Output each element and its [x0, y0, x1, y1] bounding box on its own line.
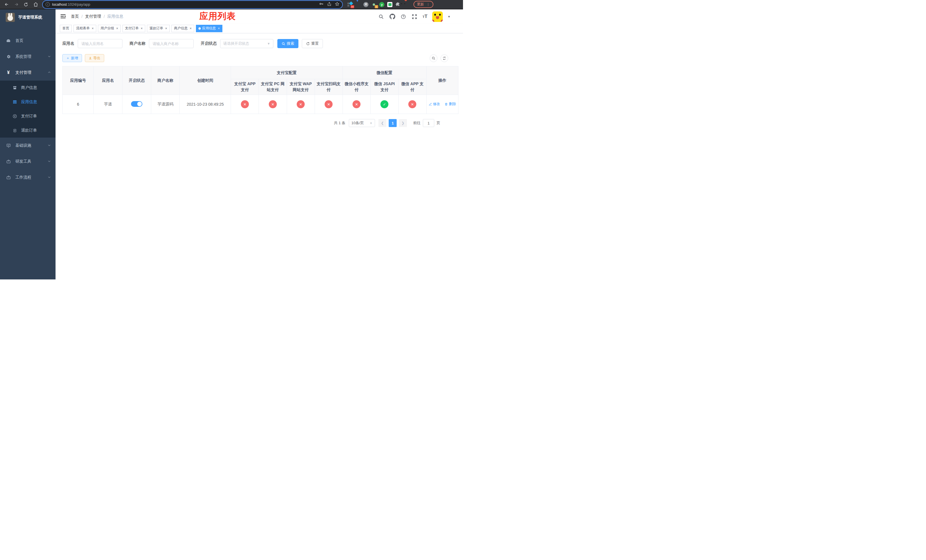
- chevron-down-icon: [48, 54, 51, 59]
- profile-emoji-icon[interactable]: [403, 2, 409, 7]
- extension-pin-icon[interactable]: 10: [347, 2, 353, 7]
- update-button[interactable]: 更新 ⋮: [413, 1, 433, 8]
- github-icon[interactable]: [389, 14, 395, 20]
- extension-tab-manager-icon[interactable]: 1: [371, 2, 377, 7]
- add-button[interactable]: ＋ 新增: [62, 54, 82, 62]
- fullscreen-icon[interactable]: [412, 14, 418, 20]
- next-page-button[interactable]: ❯: [399, 119, 407, 127]
- merchant-name-input[interactable]: [149, 39, 194, 48]
- tab-process-form[interactable]: 流程表单×: [73, 25, 96, 32]
- breadcrumb: 首页 / 支付管理 / 应用信息: [71, 14, 123, 19]
- group-alipay-config: 支付宝配置: [231, 67, 342, 79]
- grid-icon: [12, 100, 17, 104]
- reset-button[interactable]: 重置: [302, 39, 323, 48]
- sidebar-item-infrastructure[interactable]: 基础设施: [0, 138, 56, 153]
- briefcase-icon: [6, 175, 11, 180]
- tab-merchant-info[interactable]: 商户信息×: [171, 25, 194, 32]
- close-icon[interactable]: ×: [190, 26, 192, 30]
- chevron-down-icon: ▼: [369, 122, 372, 125]
- extension-chat-icon[interactable]: [387, 2, 392, 7]
- col-status: 开启状态: [123, 67, 151, 95]
- browser-menu-icon[interactable]: ⋮: [426, 3, 430, 6]
- app-name-label: 应用名: [62, 41, 74, 46]
- page-number-1[interactable]: 1: [389, 119, 396, 127]
- close-icon[interactable]: ×: [92, 26, 94, 30]
- sidebar-item-dev-tools[interactable]: 研发工具: [0, 153, 56, 170]
- user-menu-caret-icon[interactable]: ▼: [448, 15, 451, 18]
- font-size-icon[interactable]: TT: [422, 14, 427, 20]
- breadcrumb-payment[interactable]: 支付管理: [85, 14, 101, 19]
- sidebar-item-workflow[interactable]: 工作流程: [0, 170, 56, 185]
- tab-pay-order[interactable]: 支付订单×: [123, 25, 145, 32]
- sidebar-item-app-info[interactable]: 应用信息: [0, 95, 56, 109]
- sidebar-item-merchant-info[interactable]: 商户信息: [0, 80, 56, 95]
- breadcrumb-home[interactable]: 首页: [71, 14, 79, 19]
- tab-user-group[interactable]: 用户分组×: [98, 25, 121, 32]
- tab-home[interactable]: 首页: [60, 25, 72, 32]
- tab-refund-order[interactable]: 退款订单×: [147, 25, 170, 32]
- chevron-down-icon: [48, 143, 51, 148]
- toggle-search-icon[interactable]: [430, 54, 437, 62]
- search-icon[interactable]: [378, 14, 384, 20]
- close-icon[interactable]: ×: [165, 26, 167, 30]
- tab-app-info[interactable]: 应用信息×: [196, 25, 222, 32]
- delete-link[interactable]: 删除: [445, 102, 456, 106]
- share-icon[interactable]: [327, 2, 331, 8]
- close-icon[interactable]: ×: [116, 26, 118, 30]
- url-bar[interactable]: i localhost:1024/pay/app: [43, 1, 342, 8]
- edit-link[interactable]: 修改: [428, 102, 440, 106]
- gear-icon: [6, 54, 11, 59]
- sidebar-item-pay-order[interactable]: 支付订单: [0, 109, 56, 123]
- back-icon[interactable]: [3, 1, 10, 8]
- site-info-icon[interactable]: i: [45, 2, 50, 6]
- extension-command-icon[interactable]: ⌘: [363, 2, 368, 7]
- help-icon[interactable]: [400, 14, 407, 20]
- extensions-puzzle-icon[interactable]: [395, 2, 400, 7]
- status-toggle[interactable]: [131, 101, 142, 107]
- download-icon: [89, 56, 92, 60]
- status-select[interactable]: 请选择开启状态 ▼: [220, 39, 273, 48]
- reload-icon[interactable]: [22, 1, 30, 8]
- sidebar-item-system-management[interactable]: 系统管理: [0, 49, 56, 65]
- close-icon[interactable]: ×: [218, 26, 220, 30]
- prev-page-button[interactable]: ❮: [378, 119, 386, 127]
- monitor-chart-icon: [6, 143, 11, 148]
- extension-yuque-icon[interactable]: y: [379, 2, 384, 7]
- table-toolbar: ＋ 新增 导出: [62, 54, 458, 62]
- extension-badge: 1: [375, 5, 378, 8]
- status-label: 开启状态: [201, 41, 217, 46]
- col-app-name: 应用名: [94, 67, 123, 95]
- col-alipay-qr: 支付宝扫码支付: [315, 79, 342, 95]
- extension-kite-icon[interactable]: [356, 2, 360, 7]
- close-icon[interactable]: ×: [141, 26, 143, 30]
- app-logo[interactable]: 芋道管理系统: [0, 9, 56, 25]
- app-name-input[interactable]: [78, 39, 123, 48]
- filter-form: 应用名 商户名称 开启状态 请选择开启状态 ▼ 搜索 重置: [62, 39, 458, 48]
- sidebar-item-payment-management[interactable]: ¥ 支付管理: [0, 65, 56, 80]
- bookmark-star-icon[interactable]: [335, 2, 339, 8]
- forward-icon[interactable]: [12, 1, 20, 8]
- col-wechat-app: 微信 APP 支付: [398, 79, 426, 95]
- edit-pencil-icon: [428, 103, 432, 106]
- sidebar-item-home[interactable]: 首页: [0, 33, 56, 49]
- page-size-select[interactable]: 10条/页 ▼: [349, 119, 375, 127]
- page-suffix: 页: [437, 121, 440, 126]
- wechat-jsapi-status-icon: ✓: [380, 100, 388, 108]
- col-created: 创建时间: [180, 67, 231, 95]
- search-button[interactable]: 搜索: [277, 39, 298, 48]
- col-merchant: 商户名称: [151, 67, 180, 95]
- col-alipay-app: 支付宝 APP 支付: [231, 79, 259, 95]
- collapse-sidebar-icon[interactable]: [60, 14, 67, 20]
- col-actions: 操作: [426, 67, 458, 95]
- sidebar-item-refund-order[interactable]: 退款订单: [0, 123, 56, 138]
- col-alipay-wap: 支付宝 WAP 网站支付: [287, 79, 315, 95]
- password-key-icon[interactable]: [319, 2, 324, 8]
- extension-badge: 10: [351, 5, 354, 8]
- col-app-id: 应用编号: [63, 67, 94, 95]
- document-icon: [12, 128, 17, 133]
- export-button[interactable]: 导出: [85, 54, 104, 62]
- goto-page-input[interactable]: [423, 119, 434, 127]
- home-icon[interactable]: [32, 1, 39, 8]
- refresh-icon[interactable]: [440, 54, 448, 62]
- user-avatar[interactable]: [432, 11, 443, 22]
